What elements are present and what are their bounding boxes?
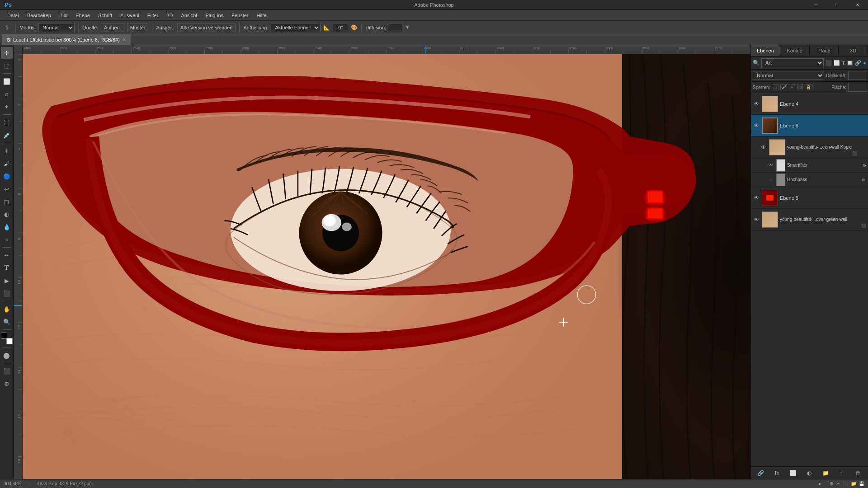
modus-select[interactable]: Normal [38,23,75,32]
eyedropper-tool[interactable]: 💉 [1,129,13,141]
tab-kanaele[interactable]: Kanäle [780,45,810,56]
aufgen-button[interactable]: Aufgen. [101,23,124,32]
filter-pixel-icon[interactable]: ⬜ [834,60,840,66]
background-color[interactable] [6,338,13,344]
hochpass-effect-icon: ⊕ [862,178,865,182]
layer-item-ebene4[interactable]: 👁 Ebene 4 [751,93,868,115]
quick-select-tool[interactable]: ✦ [1,101,13,113]
layer-item-ebene6[interactable]: 👁 Ebene 6 [751,115,868,136]
dodge-tool[interactable]: ○ [1,234,13,245]
blend-mode-select[interactable]: Normal [753,71,824,80]
lock-transparent-button[interactable]: ⬚ [772,84,778,90]
document-dimensions: 4936 Px x 3319 Px (72 ppi) [37,481,92,486]
alte-version-button[interactable]: Alte Version verwenden [177,23,236,32]
layer-item-smartfilter[interactable]: 👁 Smartfilter ⚙ [751,158,868,173]
filter-shape-icon[interactable]: 🔲 [847,60,853,66]
close-button[interactable]: ✕ [847,0,868,10]
status-divider-1: | [28,481,30,486]
tab-ebenen[interactable]: Ebenen [751,45,780,56]
filter-toggle-icon[interactable]: ⬛ [826,60,832,66]
filter-type-select[interactable]: Art Name [761,58,824,67]
layer-item-hochpass[interactable]: ○ Hochpass ⊕ [751,173,868,187]
lock-artboard-button[interactable]: ◻ [797,84,803,90]
type-tool[interactable]: T [1,262,13,274]
screen-mode-tool[interactable]: ⬛ [1,365,13,377]
crop-tool[interactable]: ⛶ [1,117,13,128]
quick-mask-tool[interactable]: ⬤ [1,349,13,361]
brush-tool[interactable]: 🖌 [1,158,13,169]
menu-datei[interactable]: Datei [4,10,23,20]
hand-tool[interactable]: ✋ [1,303,13,315]
diffusion-slider-icon: ▼ [405,25,410,30]
menu-bearbeiten[interactable]: Bearbeiten [24,10,55,20]
ps-logo-icon: Ps [2,1,14,8]
tab-close-button[interactable]: ✕ [123,38,126,42]
delete-layer-button[interactable]: 🗑 [854,469,863,478]
filter-smart-icon[interactable]: 🔗 [855,60,861,66]
shape-tool[interactable]: ⬛ [1,287,13,299]
lock-paint-button[interactable]: 🖌 [780,84,787,90]
angle-input[interactable] [333,23,348,32]
menu-3d[interactable]: 3D [163,10,176,20]
layer-item-young-kopie[interactable]: 👁 young-beautifu-...een-wall Kopie ⬛ [751,136,868,158]
aufhellung-select[interactable]: Aktuelle Ebene [271,23,321,32]
menu-bild[interactable]: Bild [56,10,71,20]
extras-tool[interactable]: ⚙ [1,378,13,389]
lock-position-button[interactable]: ✛ [789,84,795,90]
menu-ebene[interactable]: Ebene [72,10,94,20]
lasso-tool[interactable]: ⌀ [1,88,13,100]
move-tool[interactable]: ✛ [1,47,13,59]
add-group-button[interactable]: 📁 [821,469,830,478]
layer-visibility-young-orig[interactable]: 👁 [753,216,760,223]
path-select-tool[interactable]: ▶ [1,275,13,286]
pen-tool[interactable]: ✒ [1,249,13,261]
artboard-tool[interactable]: ⬚ [1,60,13,71]
tab-pfade[interactable]: Pfade [810,45,839,56]
add-style-button[interactable]: fx [773,469,782,478]
fill-input[interactable]: 100% [848,83,866,92]
menu-ansicht[interactable]: Ansicht [177,10,201,20]
layer-item-ebene5[interactable]: 👁 Ebene 5 [751,187,868,209]
layer-visibility-young-kopie[interactable]: 👁 [760,144,767,151]
layer-visibility-ebene4[interactable]: 👁 [753,100,760,108]
layer-visibility-hochpass[interactable]: ○ [767,176,774,183]
document-tab[interactable]: 🖼 Leucht Effekt.psdc bei 300% (Ebene 6, … [2,34,131,45]
filter-visible-icon[interactable]: ● [863,60,866,66]
opacity-input[interactable]: 100% [848,71,866,80]
add-layer-button[interactable]: + [837,469,846,478]
stamp-tool[interactable]: 🔵 [1,170,13,182]
healing-tool[interactable]: ⚕ [1,145,13,157]
history-brush-tool[interactable]: ↩ [1,183,13,195]
layers-fill-row: Sperren: ⬚ 🖌 ✛ ◻ 🔒 Fläche: 100% [751,82,868,93]
zoom-tool[interactable]: 🔍 [1,316,13,328]
layer-visibility-smartfilter[interactable]: 👁 [767,162,774,169]
tab-3d[interactable]: 3D [839,45,868,56]
layer-visibility-ebene6[interactable]: 👁 [753,122,760,129]
layer-item-young-orig[interactable]: 👁 young-beautiful-...over-green-wall ⬛ [751,209,868,230]
eraser-tool[interactable]: ◻ [1,196,13,207]
layer-visibility-ebene5[interactable]: 👁 [753,194,760,202]
flaeche-label: Fläche: [831,85,846,90]
maximize-button[interactable]: □ [826,0,847,10]
menu-hilfe[interactable]: Hilfe [253,10,270,20]
navigation-arrow[interactable]: ► [818,481,822,486]
muster-button[interactable]: Muster [127,23,149,32]
menu-plugins[interactable]: Plug-ins [202,10,227,20]
minimize-button[interactable]: ─ [806,0,826,10]
link-layers-button[interactable]: 🔗 [756,469,765,478]
menu-filter[interactable]: Filter [144,10,162,20]
diffusion-input[interactable]: 5 [389,23,402,32]
filter-adj-icon[interactable]: T [842,60,845,66]
gradient-tool[interactable]: ◐ [1,208,13,220]
add-mask-button[interactable]: ⬜ [789,469,798,478]
layer-name-smartfilter: Smartfilter [787,163,860,168]
right-panel: Ebenen Kanäle Pfade 3D 🔍 Art Name ⬛ ⬜ T … [750,45,868,479]
menu-auswahl[interactable]: Auswahl [117,10,143,20]
marquee-tool[interactable]: ⬜ [1,75,13,87]
lock-all-button[interactable]: 🔒 [805,84,812,90]
menu-schrift[interactable]: Schrift [94,10,116,20]
blur-tool[interactable]: 💧 [1,221,13,233]
add-adjustment-button[interactable]: ◐ [805,469,814,478]
menu-fenster[interactable]: Fenster [228,10,252,20]
svg-text:2640: 2640 [315,47,322,50]
